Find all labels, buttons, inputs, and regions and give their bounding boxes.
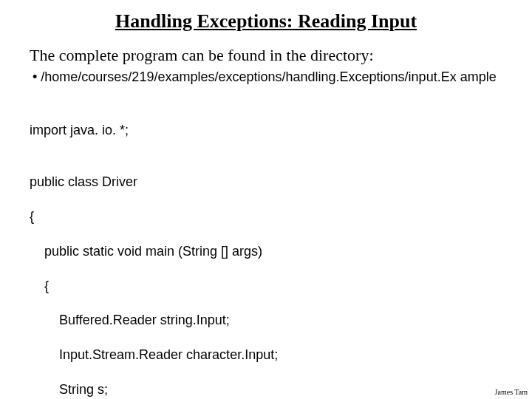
slide-content: Handling Exceptions: Reading Input The c… (0, 0, 532, 399)
code-line: Buffered.Reader string.Input; (30, 312, 502, 329)
code-line: public static void main (String [] args) (30, 243, 502, 260)
code-line: { (30, 278, 502, 295)
code-line: String s; (30, 381, 502, 398)
code-line: public class Driver (30, 174, 502, 191)
intro-text: The complete program can be found in the… (30, 46, 502, 65)
code-line: Input.Stream.Reader character.Input; (30, 347, 502, 364)
footer-author: James Tam (495, 388, 528, 396)
code-line: { (30, 208, 502, 225)
slide-title: Handling Exceptions: Reading Input (30, 10, 502, 33)
code-block: import java. io. *; public class Driver … (30, 105, 502, 399)
directory-bullet: /home/courses/219/examples/exceptions/ha… (30, 69, 502, 86)
code-line: import java. io. *; (30, 122, 502, 139)
